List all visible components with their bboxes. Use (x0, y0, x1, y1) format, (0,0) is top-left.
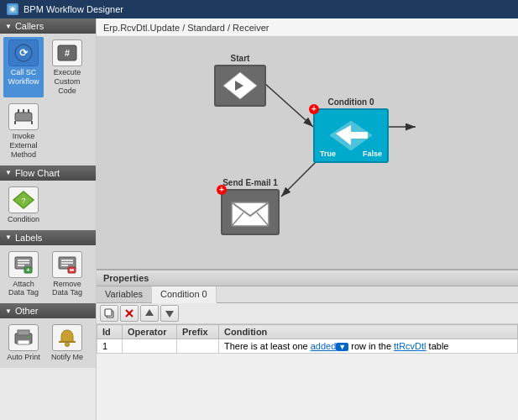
condition-text1: There is at least one (224, 341, 311, 351)
properties-table-wrapper: Id Operator Prefix Condition 1 Ther (97, 324, 518, 354)
title-bar: BPM Workflow Designer (0, 0, 518, 18)
flow-chart-arrow: ▼ (5, 169, 12, 176)
call-sc-workflow-label: Call SC Workflow (6, 68, 41, 87)
cell-operator (123, 339, 177, 354)
sidebar-item-condition[interactable]: ? Condition (3, 184, 44, 227)
node-start-box[interactable] (214, 65, 266, 107)
svg-rect-43 (105, 309, 112, 316)
col-id: Id (97, 325, 123, 339)
sidebar-item-call-sc-workflow[interactable]: ⟳ Call SC Workflow (3, 37, 44, 97)
auto-print-icon (8, 324, 39, 351)
section-flow-chart[interactable]: ▼ Flow Chart (0, 165, 96, 181)
copy-btn[interactable] (100, 305, 118, 322)
invoke-external-method-icon (8, 103, 39, 130)
labels-label: Labels (15, 233, 42, 243)
condition-label: Condition (8, 215, 39, 224)
true-label: True (320, 150, 336, 158)
other-items: Auto Print Notify Me (0, 318, 96, 368)
svg-point-28 (29, 336, 31, 339)
svg-text:+: + (26, 266, 30, 274)
svg-point-30 (65, 343, 70, 347)
condition-text2: row in the (348, 341, 394, 351)
node-email-box[interactable]: + (221, 189, 280, 235)
breadcrumb: Erp.RcvDtl.Update / Standard / Receiver (97, 18, 518, 37)
col-prefix: Prefix (177, 325, 219, 339)
attach-data-tag-label: Attach Data Tag (6, 280, 41, 298)
app-icon (7, 3, 18, 15)
call-sc-workflow-icon: ⟳ (8, 39, 39, 66)
node-email-label: Send E-mail 1 (222, 178, 278, 187)
node-start[interactable]: Start (214, 54, 266, 107)
col-operator: Operator (123, 325, 177, 339)
flow-chart-label: Flow Chart (15, 168, 60, 178)
cell-condition: There is at least one added▼ row in the … (219, 339, 518, 354)
remove-data-tag-icon (52, 251, 82, 278)
svg-line-32 (264, 83, 313, 127)
cell-prefix (177, 339, 219, 354)
condition-link-added[interactable]: added (311, 341, 337, 351)
condition-icon: ? (8, 186, 39, 213)
section-other[interactable]: ▼ Other (0, 303, 96, 318)
labels-arrow: ▼ (5, 234, 12, 241)
move-down-btn[interactable] (160, 305, 179, 322)
sidebar-item-invoke-external-method[interactable]: Invoke External Method (3, 101, 44, 161)
invoke-external-method-label: Invoke External Method (6, 132, 41, 159)
svg-rect-27 (18, 340, 29, 344)
auto-print-label: Auto Print (7, 353, 40, 362)
other-arrow: ▼ (5, 307, 12, 315)
workflow-arrows (97, 37, 518, 269)
canvas-area[interactable]: Start Condition 0 + True False (97, 37, 518, 269)
cell-id: 1 (97, 339, 123, 354)
sidebar-item-remove-data-tag[interactable]: Remove Data Tag (47, 249, 87, 301)
breadcrumb-text: Erp.RcvDtl.Update / Standard / Receiver (103, 23, 269, 33)
properties-title: Properties (103, 273, 149, 283)
section-labels[interactable]: ▼ Labels (0, 230, 96, 245)
delete-btn[interactable] (120, 305, 139, 322)
flow-chart-items: ? Condition (0, 181, 96, 230)
properties-tabs: Variables Condition 0 (97, 286, 518, 303)
properties-panel: Properties Variables Condition 0 (97, 269, 518, 420)
sidebar-item-execute-custom-code[interactable]: # Execute Custom Code (47, 37, 87, 97)
sidebar-item-attach-data-tag[interactable]: + Attach Data Tag (3, 249, 44, 301)
svg-text:⟳: ⟳ (19, 47, 29, 59)
sidebar-item-notify-me[interactable]: Notify Me (47, 322, 87, 365)
right-panel: Erp.RcvDtl.Update / Standard / Receiver (97, 18, 518, 420)
false-label: False (363, 150, 382, 158)
condition-badge[interactable]: ▼ (336, 343, 348, 351)
condition0-add-btn[interactable]: + (309, 104, 319, 114)
main-layout: ▼ Callers ⟳ Call SC Workflow # (0, 18, 518, 420)
labels-items: + Attach Data Tag Remove Data Ta (0, 245, 96, 304)
notify-me-icon (52, 324, 82, 351)
svg-marker-46 (145, 309, 154, 316)
node-condition0[interactable]: Condition 0 + True False (313, 97, 389, 163)
properties-header: Properties (97, 270, 518, 286)
svg-text:?: ? (21, 197, 25, 205)
sidebar: ▼ Callers ⟳ Call SC Workflow # (0, 18, 97, 420)
properties-toolbar (97, 303, 518, 324)
callers-label: Callers (15, 21, 44, 31)
node-start-label: Start (231, 54, 250, 63)
tab-condition0[interactable]: Condition 0 (152, 286, 217, 303)
node-send-email1[interactable]: Send E-mail 1 + (221, 178, 280, 235)
svg-marker-47 (165, 311, 174, 318)
execute-custom-code-label: Execute Custom Code (50, 68, 85, 95)
other-label: Other (15, 306, 39, 316)
callers-items: ⟳ Call SC Workflow # Execute Custom Code (0, 34, 96, 165)
email-add-btn[interactable]: + (217, 185, 227, 195)
remove-data-tag-label: Remove Data Tag (50, 280, 85, 298)
section-callers[interactable]: ▼ Callers (0, 18, 96, 34)
svg-rect-26 (18, 330, 29, 335)
execute-custom-code-icon: # (52, 39, 82, 66)
attach-data-tag-icon: + (8, 251, 39, 278)
svg-rect-5 (15, 113, 32, 121)
tab-variables[interactable]: Variables (97, 286, 152, 302)
condition-link-table[interactable]: ttRcvDtl (394, 341, 426, 351)
move-up-btn[interactable] (140, 305, 159, 322)
condition-text3: table (426, 341, 449, 351)
notify-me-label: Notify Me (51, 353, 83, 362)
sidebar-item-auto-print[interactable]: Auto Print (3, 322, 44, 365)
col-condition: Condition (219, 325, 518, 339)
app-title: BPM Workflow Designer (24, 4, 123, 14)
callers-arrow: ▼ (5, 23, 12, 30)
node-condition0-box[interactable]: + True False (313, 108, 389, 163)
